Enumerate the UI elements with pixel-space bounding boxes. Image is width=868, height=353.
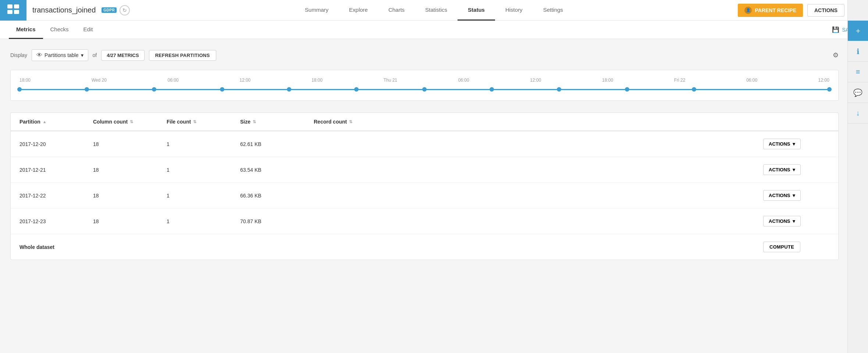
svg-rect-3: [14, 10, 19, 14]
timeline-labels: 18:00 Wed 20 06:00 12:00 18:00 Thu 21 06…: [19, 78, 829, 83]
sort-icon-file: ⇅: [193, 120, 196, 124]
td-partition-1: 2017-12-21: [19, 167, 93, 173]
gear-icon[interactable]: ⚙: [833, 51, 839, 59]
parent-recipe-button[interactable]: 👤 PARENT RECIPE: [738, 4, 803, 17]
timeline-dot-7[interactable]: [490, 87, 494, 92]
display-label: Display: [10, 52, 27, 58]
timeline-label-2: 06:00: [168, 78, 179, 83]
select-value: Partitions table: [45, 52, 79, 58]
tab-summary[interactable]: Summary: [295, 0, 339, 21]
metrics-badge[interactable]: 4/27 METRICS: [101, 50, 144, 61]
tab-charts[interactable]: Charts: [378, 0, 415, 21]
timeline-dot-start[interactable]: [17, 87, 22, 92]
td-partition-3: 2017-12-23: [19, 218, 93, 224]
th-partition[interactable]: Partition ▲: [19, 119, 93, 125]
tab-statistics[interactable]: Statistics: [415, 0, 458, 21]
sub-tab-edit[interactable]: Edit: [76, 21, 100, 39]
table-row: 2017-12-23 18 1 70.87 KB ACTIONS ▾: [11, 208, 838, 234]
timeline-dot-2[interactable]: [152, 87, 156, 92]
dropdown-icon-2: ▾: [793, 193, 795, 198]
data-table: Partition ▲ Column count ⇅ File count ⇅ …: [10, 113, 839, 260]
td-whole-dataset: Whole dataset: [19, 244, 93, 250]
th-file-count[interactable]: File count ⇅: [167, 119, 240, 125]
main-content: Display 👁 Partitions table ▾ of 4/27 MET…: [0, 39, 868, 353]
sidebar-chat-button[interactable]: 💬: [848, 82, 868, 103]
svg-rect-2: [7, 10, 13, 14]
sub-tab-metrics[interactable]: Metrics: [9, 21, 43, 39]
timeline-dot-4[interactable]: [287, 87, 291, 92]
timeline-dot-6[interactable]: [422, 87, 427, 92]
right-sidebar: ＋ ℹ ≡ 💬 ↓: [847, 0, 868, 353]
dropdown-icon-0: ▾: [793, 141, 795, 147]
td-btn-2: ACTIONS ▾: [763, 190, 829, 201]
timeline-label-9: Fri 22: [674, 78, 686, 83]
timeline-label-11: 12:00: [818, 78, 829, 83]
recipe-icon: 👤: [744, 7, 752, 14]
eye-icon: 👁: [36, 52, 42, 58]
actions-button[interactable]: ACTIONS: [807, 4, 844, 17]
tab-explore[interactable]: Explore: [339, 0, 378, 21]
timeline-dot-end[interactable]: [827, 87, 832, 92]
timeline-track[interactable]: [19, 86, 829, 93]
timeline-label-1: Wed 20: [92, 78, 107, 83]
top-nav: transactions_joined GDPR ↻ Summary Explo…: [0, 0, 868, 21]
table-total-row: Whole dataset COMPUTE: [11, 234, 838, 260]
timeline-label-3: 12:00: [239, 78, 250, 83]
refresh-partitions-button[interactable]: REFRESH PARTITIONS: [149, 50, 216, 61]
timeline-dot-10[interactable]: [692, 87, 696, 92]
tab-status[interactable]: Status: [458, 0, 495, 21]
td-col-count-0: 18: [93, 141, 167, 147]
td-partition-0: 2017-12-20: [19, 141, 93, 147]
row-actions-button-3[interactable]: ACTIONS ▾: [763, 216, 801, 227]
td-size-0: 62.61 KB: [240, 141, 314, 147]
timeline-dot-5[interactable]: [354, 87, 359, 92]
timeline-label-5: Thu 21: [384, 78, 397, 83]
sidebar-download-button[interactable]: ↓: [848, 103, 868, 124]
dropdown-icon-3: ▾: [793, 218, 795, 224]
sub-tab-checks[interactable]: Checks: [43, 21, 76, 39]
timeline-dot-8[interactable]: [557, 87, 561, 92]
sidebar-add-button[interactable]: ＋: [848, 21, 868, 41]
nav-actions: 👤 PARENT RECIPE ACTIONS: [738, 4, 850, 17]
td-size-2: 66.36 KB: [240, 193, 314, 199]
th-size[interactable]: Size ⇅: [240, 119, 314, 125]
td-col-count-1: 18: [93, 167, 167, 173]
timeline-label-7: 12:00: [530, 78, 541, 83]
sort-icon-col: ⇅: [130, 120, 133, 124]
td-compute: COMPUTE: [763, 242, 829, 252]
tab-settings[interactable]: Settings: [533, 0, 573, 21]
timeline-container: 18:00 Wed 20 06:00 12:00 18:00 Thu 21 06…: [10, 70, 839, 101]
timeline-label-10: 06:00: [746, 78, 757, 83]
table-header: Partition ▲ Column count ⇅ File count ⇅ …: [11, 113, 838, 131]
table-row: 2017-12-21 18 1 63.54 KB ACTIONS ▾: [11, 157, 838, 183]
td-btn-1: ACTIONS ▾: [763, 164, 829, 175]
td-size-3: 70.87 KB: [240, 218, 314, 224]
timeline-dot-9[interactable]: [625, 87, 629, 92]
nav-tabs: Summary Explore Charts Statistics Status…: [130, 0, 738, 20]
logo-icon: [7, 4, 20, 17]
row-actions-button-1[interactable]: ACTIONS ▾: [763, 164, 801, 175]
settings-badge[interactable]: ↻: [120, 5, 130, 15]
timeline-dot-1[interactable]: [85, 87, 89, 92]
compute-button[interactable]: COMPUTE: [763, 242, 800, 252]
nav-logo: [0, 0, 26, 21]
partitions-table-select[interactable]: 👁 Partitions table ▾: [32, 49, 88, 61]
sort-asc-icon: ▲: [43, 120, 47, 124]
dropdown-icon-1: ▾: [793, 167, 795, 172]
th-record-count[interactable]: Record count ⇅: [314, 119, 763, 125]
nav-badges: GDPR ↻: [102, 5, 130, 15]
td-file-count-0: 1: [167, 141, 240, 147]
sidebar-info-button[interactable]: ℹ: [848, 41, 868, 62]
th-actions: [763, 119, 829, 125]
sidebar-list-button[interactable]: ≡: [848, 62, 868, 82]
tab-history[interactable]: History: [495, 0, 533, 21]
timeline-dot-3[interactable]: [220, 87, 224, 92]
td-file-count-1: 1: [167, 167, 240, 173]
svg-rect-1: [14, 4, 19, 8]
th-column-count[interactable]: Column count ⇅: [93, 119, 167, 125]
row-actions-button-2[interactable]: ACTIONS ▾: [763, 190, 801, 201]
svg-rect-0: [7, 4, 13, 8]
row-actions-button-0[interactable]: ACTIONS ▾: [763, 139, 801, 149]
td-col-count-3: 18: [93, 218, 167, 224]
chevron-down-icon: ▾: [81, 52, 83, 58]
